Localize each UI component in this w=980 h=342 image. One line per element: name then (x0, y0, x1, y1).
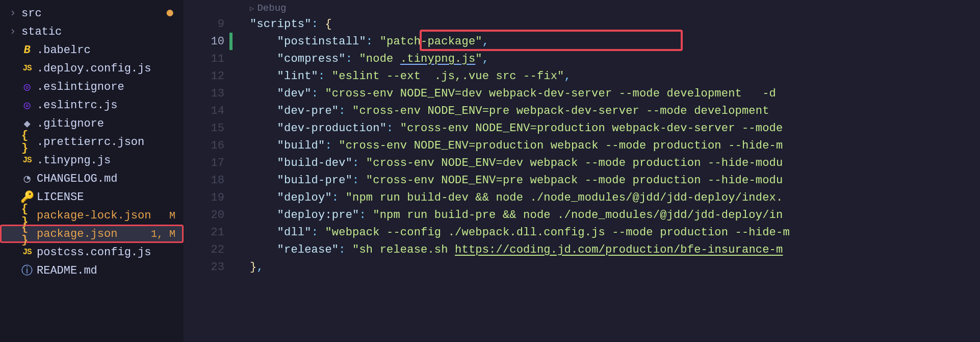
key-icon: 🔑 (21, 190, 33, 204)
code-area[interactable]: 9"scripts": {10 "postinstall": "patch-pa… (184, 15, 980, 276)
line-number: 22 (184, 243, 229, 256)
file-tree-item[interactable]: { }.prettierrc.json (0, 133, 184, 151)
file-tree-item[interactable]: ◎.eslintignore (0, 78, 184, 96)
git-margin-icon (229, 15, 233, 33)
code-content[interactable]: "dev-production": "cross-env NODE_ENV=pr… (250, 122, 790, 135)
git-margin-icon (229, 258, 233, 276)
file-tree-item[interactable]: JS.tinypng.js (0, 151, 184, 169)
git-margin-icon (229, 241, 233, 258)
file-tree-item[interactable]: ◎.eslintrc.js (0, 96, 184, 114)
play-icon: ▷ (250, 4, 254, 13)
code-content[interactable]: "release": "sh release.sh https://coding… (250, 243, 783, 256)
line-number: 11 (184, 53, 229, 65)
line-number: 19 (184, 191, 229, 204)
code-content[interactable]: }, (250, 261, 264, 274)
git-status-badge: M (169, 210, 184, 222)
code-content[interactable]: "deploy": "npm run build-dev && node ./n… (250, 191, 783, 204)
code-line[interactable]: 13 "dev": "cross-env NODE_ENV=dev webpac… (184, 85, 980, 102)
file-tree-item[interactable]: B.babelrc (0, 41, 184, 59)
chevron-right-icon: › (8, 26, 17, 38)
codelens-debug[interactable]: ▷ Debug (184, 1, 980, 15)
eslint-icon: ◎ (21, 80, 33, 94)
file-label: postcss.config.js (37, 246, 184, 259)
line-number: 10 (184, 35, 229, 48)
code-line[interactable]: 16 "build": "cross-env NODE_ENV=producti… (184, 137, 980, 154)
line-number: 14 (184, 105, 229, 117)
file-tree-item[interactable]: { }package.json1, M (0, 225, 184, 243)
code-content[interactable]: "dev": "cross-env NODE_ENV=dev webpack-d… (250, 87, 783, 100)
line-number: 18 (184, 174, 229, 187)
git-margin-icon (229, 50, 233, 67)
code-line[interactable]: 15 "dev-production": "cross-env NODE_ENV… (184, 119, 980, 137)
file-tree-item[interactable]: JSpostcss.config.js (0, 243, 184, 261)
file-label: .eslintrc.js (37, 99, 184, 112)
code-content[interactable]: "build-dev": "cross-env NODE_ENV=dev web… (250, 157, 783, 169)
code-line[interactable]: 21 "dll": "webpack --config ./webpack.dl… (184, 224, 980, 241)
file-label: src (21, 7, 161, 20)
git-margin-icon (229, 67, 233, 85)
file-tree-item[interactable]: JS.deploy.config.js (0, 59, 184, 78)
code-line[interactable]: 14 "dev-pre": "cross-env NODE_ENV=pre we… (184, 102, 980, 119)
git-margin-icon (229, 85, 233, 102)
code-content[interactable]: "compress": "node .tinypng.js", (250, 53, 489, 65)
line-number: 23 (184, 261, 229, 274)
code-line[interactable]: 10 "postinstall": "patch-package", (184, 33, 980, 50)
line-number: 15 (184, 122, 229, 135)
code-line[interactable]: 12 "lint": "eslint --ext .js,.vue src --… (184, 67, 980, 85)
file-label: .deploy.config.js (37, 62, 184, 75)
js-icon: JS (21, 64, 33, 73)
code-content[interactable]: "scripts": { (250, 18, 332, 31)
line-number: 16 (184, 139, 229, 152)
git-margin-icon (229, 33, 233, 50)
file-label: .eslintignore (37, 81, 184, 93)
git-margin-icon (229, 224, 233, 241)
git-margin-icon (229, 206, 233, 224)
file-label: LICENSE (37, 191, 184, 204)
code-line[interactable]: 20 "deploy:pre": "npm run build-pre && n… (184, 206, 980, 224)
line-number: 13 (184, 87, 229, 100)
babel-icon: B (21, 44, 33, 57)
eslint-icon: ◎ (21, 99, 33, 112)
file-label: .gitignore (37, 117, 184, 130)
line-number: 12 (184, 70, 229, 83)
file-label: .babelrc (37, 44, 184, 57)
git-status-badge: 1, M (151, 228, 184, 240)
file-tree-item[interactable]: ◔CHANGELOG.md (0, 169, 184, 188)
git-margin-icon (229, 102, 233, 119)
line-number: 20 (184, 209, 229, 222)
file-label: package-lock.json (37, 209, 165, 222)
code-line[interactable]: 22 "release": "sh release.sh https://cod… (184, 241, 980, 258)
git-margin-icon (229, 154, 233, 172)
clock-icon: ◔ (21, 172, 33, 186)
file-label: package.json (37, 228, 147, 240)
code-content[interactable]: "dll": "webpack --config ./webpack.dll.c… (250, 226, 790, 239)
file-label: .prettierrc.json (37, 136, 184, 149)
code-line[interactable]: 23}, (184, 258, 980, 276)
file-tree-item[interactable]: ›static (0, 22, 184, 41)
git-margin-icon (229, 119, 233, 137)
code-line[interactable]: 18 "build-pre": "cross-env NODE_ENV=pre … (184, 172, 980, 189)
file-tree-item[interactable]: ›src● (0, 4, 184, 22)
git-margin-icon (229, 137, 233, 154)
code-line[interactable]: 17 "build-dev": "cross-env NODE_ENV=dev … (184, 154, 980, 172)
info-icon: ⓘ (21, 263, 33, 278)
file-label: README.md (37, 264, 184, 277)
code-line[interactable]: 11 "compress": "node .tinypng.js", (184, 50, 980, 67)
line-number: 17 (184, 157, 229, 169)
code-content[interactable]: "build": "cross-env NODE_ENV=production … (250, 139, 783, 152)
line-number: 9 (184, 18, 229, 31)
code-content[interactable]: "postinstall": "patch-package", (250, 35, 489, 48)
chevron-right-icon: › (8, 7, 17, 20)
git-margin-icon (229, 189, 233, 206)
code-editor[interactable]: ▷ Debug 9"scripts": {10 "postinstall": "… (184, 0, 980, 342)
js-icon: JS (21, 156, 33, 165)
file-explorer[interactable]: ›src●›staticB.babelrcJS.deploy.config.js… (0, 0, 184, 342)
codelens-label: Debug (257, 3, 286, 14)
file-tree-item[interactable]: ⓘREADME.md (0, 261, 184, 280)
code-content[interactable]: "build-pre": "cross-env NODE_ENV=pre web… (250, 174, 783, 187)
code-content[interactable]: "dev-pre": "cross-env NODE_ENV=pre webpa… (250, 105, 776, 117)
code-line[interactable]: 19 "deploy": "npm run build-dev && node … (184, 189, 980, 206)
code-line[interactable]: 9"scripts": { (184, 15, 980, 33)
code-content[interactable]: "lint": "eslint --ext .js,.vue src --fix… (250, 70, 571, 83)
code-content[interactable]: "deploy:pre": "npm run build-pre && node… (250, 209, 783, 222)
